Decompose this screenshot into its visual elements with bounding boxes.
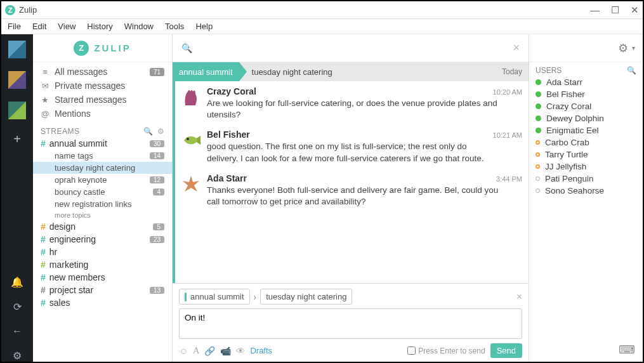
send-button[interactable]: Send	[490, 343, 522, 358]
bell-icon[interactable]: 🔔	[11, 276, 23, 288]
org-tile-1[interactable]	[8, 41, 26, 58]
stream-marketing[interactable]: #marketing	[33, 258, 172, 271]
topic-oprah-keynote[interactable]: oprah keynote12	[33, 174, 172, 186]
back-icon[interactable]: ←	[12, 326, 22, 337]
press-enter-checkbox[interactable]	[407, 346, 416, 355]
users-search-icon[interactable]: 🔍	[627, 66, 636, 75]
align-icon: ≡	[41, 67, 49, 77]
sender-name[interactable]: Bel Fisher	[207, 129, 250, 140]
close-button[interactable]: ✕	[631, 4, 639, 16]
message-body: Thanks everyone! Both full-service and d…	[207, 183, 499, 208]
chevron-right-icon: ›	[254, 292, 257, 302]
org-tile-2[interactable]	[8, 71, 26, 89]
avatar	[180, 129, 202, 151]
keyboard-icon[interactable]: ⌨	[619, 343, 635, 357]
more-topics[interactable]: more topics	[33, 210, 172, 220]
menu-tools[interactable]: Tools	[165, 22, 184, 31]
menu-history[interactable]: History	[87, 22, 112, 31]
users-header: USERS	[536, 66, 562, 75]
user-jj-jellyfish[interactable]: JJ Jellyfish	[529, 161, 643, 173]
org-tile-3[interactable]	[8, 102, 26, 119]
stream-design[interactable]: #design5	[33, 220, 172, 233]
preview-icon[interactable]: 👁	[236, 346, 245, 356]
video-icon[interactable]: 📹	[220, 346, 231, 356]
user-bel-fisher[interactable]: Bel Fisher	[529, 88, 643, 100]
menu-file[interactable]: File	[8, 22, 21, 31]
topic-name-tags[interactable]: name tags14	[33, 150, 172, 162]
presence-dot	[536, 176, 540, 181]
stream-sales[interactable]: #sales	[33, 296, 172, 309]
compose-textarea[interactable]	[179, 308, 522, 339]
hash-icon: #	[41, 285, 46, 295]
breadcrumb-topic[interactable]: tuesday night catering	[239, 67, 332, 77]
compose-close-icon[interactable]: ×	[516, 291, 522, 303]
gear-icon[interactable]: ⚙	[618, 41, 628, 55]
nav-starred-messages[interactable]: ★Starred messages	[33, 93, 172, 107]
breadcrumb: annual summit tuesday night catering Tod…	[173, 62, 529, 81]
breadcrumb-date: Today	[502, 67, 529, 76]
minimize-button[interactable]: —	[590, 4, 600, 16]
right-sidebar: ⚙ ▾ USERS 🔍 Ada StarrBel FisherCrazy Cor…	[529, 34, 643, 362]
menu-help[interactable]: Help	[195, 22, 213, 31]
sender-name[interactable]: Ada Starr	[207, 173, 247, 183]
user-ada-starr[interactable]: Ada Starr	[529, 76, 643, 88]
user-crazy-coral[interactable]: Crazy Coral	[529, 100, 643, 112]
user-sono-seahorse[interactable]: Sono Seahorse	[529, 185, 643, 197]
streams-settings-icon[interactable]: ⚙	[157, 127, 165, 136]
stream-hr[interactable]: #hr	[33, 246, 172, 258]
message-time: 3:44 PM	[496, 175, 522, 183]
hash-icon: #	[41, 272, 46, 282]
search-input[interactable]	[197, 43, 513, 53]
badge: 71	[150, 68, 164, 76]
chevron-down-icon[interactable]: ▾	[632, 44, 635, 51]
maximize-button[interactable]: ☐	[611, 4, 619, 16]
streams-search-icon[interactable]: 🔍	[143, 127, 154, 136]
user-tarry-turtle[interactable]: Tarry Turtle	[529, 148, 643, 161]
presence-dot	[536, 128, 541, 133]
refresh-icon[interactable]: ⟳	[13, 301, 22, 313]
brand: Z ZULIP	[33, 34, 172, 62]
user-dewey-dolphin[interactable]: Dewey Dolphin	[529, 112, 643, 124]
hash-icon: #	[41, 221, 46, 232]
topic-tuesday-night-catering[interactable]: tuesday night catering	[33, 162, 172, 174]
nav-private-messages[interactable]: ✉Private messages	[33, 79, 172, 93]
stream-project-star[interactable]: #project star13	[33, 284, 172, 296]
emoji-icon[interactable]: ☺	[179, 346, 188, 356]
app-logo-icon: Z	[5, 5, 15, 15]
svg-point-7	[187, 138, 189, 140]
menu-window[interactable]: Window	[124, 22, 154, 31]
sender-name[interactable]: Crazy Coral	[207, 86, 256, 96]
stream-engineering[interactable]: #engineering23	[33, 233, 172, 246]
stream-new-members[interactable]: #new members	[33, 271, 172, 284]
compose-topic[interactable]: tuesday night catering	[260, 289, 352, 305]
topic-new-registration-links[interactable]: new registration links	[33, 198, 172, 210]
user-enigmatic-eel[interactable]: Enigmatic Eel	[529, 124, 643, 136]
hash-icon: #	[41, 234, 46, 244]
menu-view[interactable]: View	[58, 22, 76, 31]
breadcrumb-stream[interactable]: annual summit	[173, 62, 239, 81]
left-sidebar: Z ZULIP ≡All messages71✉Private messages…	[33, 34, 173, 362]
nav-all-messages[interactable]: ≡All messages71	[33, 65, 172, 79]
format-icon[interactable]: A	[193, 346, 199, 356]
topic-bouncy-castle[interactable]: bouncy castle4	[33, 186, 172, 198]
presence-dot	[536, 79, 541, 85]
badge: 5	[153, 223, 164, 230]
attach-icon[interactable]: 🔗	[204, 346, 215, 356]
stream-annual-summit[interactable]: #annual summit30	[33, 137, 172, 150]
message-time: 10:21 AM	[493, 131, 522, 139]
hash-icon: #	[41, 247, 46, 257]
org-rail: + 🔔 ⟳ ← ⚙	[1, 34, 33, 362]
user-pati-penguin[interactable]: Pati Penguin	[529, 173, 643, 185]
menu-edit[interactable]: Edit	[32, 22, 46, 31]
settings-icon[interactable]: ⚙	[13, 350, 22, 362]
compose-stream[interactable]: annual summit	[179, 289, 250, 305]
search-clear-icon[interactable]: ×	[513, 41, 520, 55]
titlebar: Z Zulip — ☐ ✕	[1, 1, 643, 19]
add-org-button[interactable]: +	[13, 132, 21, 147]
presence-dot	[536, 152, 540, 157]
star-icon: ★	[41, 95, 49, 105]
search-bar[interactable]: 🔍 ×	[173, 34, 529, 62]
nav-mentions[interactable]: @Mentions	[33, 107, 172, 121]
drafts-link[interactable]: Drafts	[250, 346, 272, 355]
user-carbo-crab[interactable]: Carbo Crab	[529, 136, 643, 148]
